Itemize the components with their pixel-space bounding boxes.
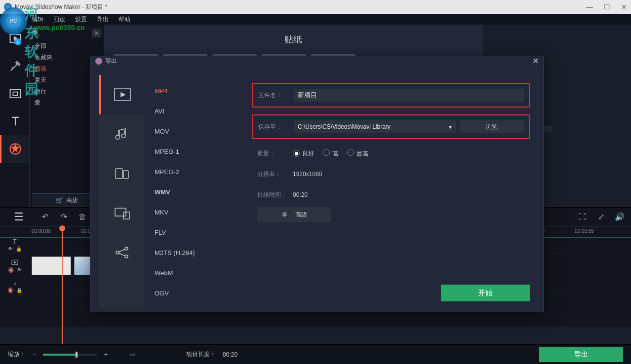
track-head-video: 🔇👁 [0, 258, 30, 273]
format-mpeg1[interactable]: MPEG-1 [155, 142, 232, 162]
filename-input[interactable] [294, 89, 524, 102]
search-icon[interactable]: 🔍 [33, 30, 42, 36]
tool-fx[interactable] [0, 52, 29, 80]
fullscreen-button[interactable]: ⤢ [593, 210, 608, 224]
dialog-close-button[interactable]: ✕ [532, 56, 539, 66]
format-webm[interactable]: WebM [155, 263, 232, 283]
chevron-down-icon: ▼ [448, 124, 453, 130]
undo-button[interactable]: ↶ [38, 210, 52, 224]
app-logo-icon [4, 3, 12, 11]
window-maximize-button[interactable]: ☐ [604, 3, 610, 11]
format-flv[interactable]: FLV [155, 222, 232, 243]
zoom-slider[interactable] [43, 354, 97, 356]
dialog-titlebar: 导出 ✕ [90, 56, 544, 66]
eye-icon[interactable]: 👁 [17, 267, 22, 273]
format-mpeg2[interactable]: MPEG-2 [155, 162, 232, 182]
export-form: 文件名： 保存至： C:\Users\CS\Videos\Movavi Libr… [242, 75, 535, 309]
redo-button[interactable]: ↷ [56, 210, 71, 224]
svg-rect-9 [123, 212, 129, 219]
project-length-value: 00:20 [223, 351, 237, 358]
export-cat-video[interactable] [99, 75, 144, 114]
svg-rect-1 [10, 90, 21, 98]
lock-icon[interactable]: 🔒 [16, 288, 22, 293]
export-cat-share[interactable] [99, 233, 144, 272]
format-mkv[interactable]: MKV [155, 202, 232, 222]
timeline-clip[interactable] [32, 256, 71, 275]
filename-label: 文件名： [258, 91, 294, 100]
gear-icon: ⚙ [282, 211, 287, 218]
export-cat-devices[interactable] [99, 154, 144, 193]
window-title: Movavi Slideshow Maker - 新项目 * [15, 3, 107, 11]
menu-file[interactable]: 文件 [10, 15, 22, 24]
playhead[interactable] [62, 226, 63, 350]
tool-media[interactable]: + [0, 25, 29, 52]
mute-icon[interactable]: 🔇 [7, 288, 13, 293]
svg-point-12 [125, 255, 128, 258]
menubar: 文件 编辑 回放 设置 导出 帮助 [0, 14, 631, 25]
window-titlebar: Movavi Slideshow Maker - 新项目 * — ☐ ✕ [0, 0, 631, 14]
window-minimize-button[interactable]: — [586, 3, 593, 11]
dialog-logo-icon [95, 58, 102, 65]
export-button[interactable]: 导出 [539, 347, 623, 362]
format-ogv[interactable]: OGV [155, 283, 232, 303]
zoom-out-button[interactable]: − [33, 351, 36, 358]
quality-highest[interactable]: 最高 [347, 149, 368, 158]
saveto-select[interactable]: C:\Users\CS\Videos\Movavi Library ▼ [294, 120, 456, 133]
zoom-in-button[interactable]: + [104, 351, 108, 358]
expand-button[interactable]: ⛶ [575, 210, 590, 224]
resolution-label: 分辨率： [257, 170, 293, 179]
format-mp4[interactable]: MP4 [155, 81, 232, 101]
volume-button[interactable]: 🔊 [612, 210, 627, 224]
advanced-label: 高级 [295, 211, 307, 219]
ruler-tick: 00:00:55 [575, 228, 594, 234]
track-head-audio: ♪🔇🔒 [0, 280, 30, 293]
tool-transitions[interactable] [0, 80, 29, 108]
menu-help[interactable]: 帮助 [118, 15, 130, 24]
start-button[interactable]: 开始 [441, 285, 530, 301]
dialog-title-text: 导出 [105, 57, 117, 65]
saveto-highlight: 保存至： C:\Users\CS\Videos\Movavi Library ▼… [252, 114, 530, 139]
lock-icon[interactable]: 🔒 [16, 246, 22, 252]
quality-good[interactable]: 良好 [293, 149, 314, 158]
fit-zoom-icon[interactable]: ▭ [129, 351, 135, 358]
format-list: MP4 AVI MOV MPEG-1 MPEG-2 WMV MKV FLV M2… [144, 75, 242, 309]
svg-rect-6 [116, 169, 122, 179]
track-head-text: T👁🔒 [0, 238, 30, 252]
svg-rect-7 [123, 171, 128, 179]
advanced-button[interactable]: ⚙ 高级 [257, 207, 331, 222]
left-toolbar: + [0, 25, 30, 207]
category-all[interactable]: 全部 [33, 40, 101, 52]
svg-point-10 [116, 251, 119, 254]
svg-rect-2 [13, 92, 17, 96]
list-view-icon[interactable]: ☰ [4, 211, 34, 223]
menu-edit[interactable]: 编辑 [32, 15, 43, 24]
quality-label: 质量： [257, 149, 293, 158]
mute-icon[interactable]: 🔇 [8, 267, 14, 273]
menu-export[interactable]: 导出 [97, 15, 109, 24]
project-length-label: 项目长度： [186, 350, 216, 359]
format-avi[interactable]: AVI [155, 101, 232, 121]
browse-button[interactable]: 浏览 [460, 120, 524, 133]
window-close-button[interactable]: ✕ [621, 3, 627, 11]
quality-high[interactable]: 高 [323, 149, 338, 158]
eye-icon[interactable]: 👁 [8, 246, 13, 252]
resolution-value: 1920x1080 [293, 171, 322, 178]
export-cat-tv[interactable] [99, 193, 144, 233]
duration-value: 00:20 [293, 191, 308, 198]
format-wmv[interactable]: WMV [155, 182, 232, 202]
panel-title: 贴纸 [104, 25, 483, 50]
search-clear-button[interactable]: ✕ [92, 29, 101, 37]
tool-stickers[interactable] [0, 135, 29, 163]
zoom-label: 缩放： [8, 350, 26, 359]
format-mov[interactable]: MOV [155, 121, 232, 142]
menu-playback[interactable]: 回放 [53, 15, 65, 24]
delete-button[interactable]: 🗑 [75, 210, 90, 224]
export-cat-audio[interactable] [99, 114, 144, 154]
svg-point-11 [125, 247, 128, 250]
cart-icon: 🛒 [56, 197, 63, 204]
menu-settings[interactable]: 设置 [75, 15, 87, 24]
tool-text[interactable] [0, 108, 29, 135]
format-m2ts[interactable]: M2TS (H.264) [155, 243, 232, 263]
ruler-tick: 00:00:00 [32, 228, 51, 234]
duration-label: 持续时间： [257, 191, 293, 199]
